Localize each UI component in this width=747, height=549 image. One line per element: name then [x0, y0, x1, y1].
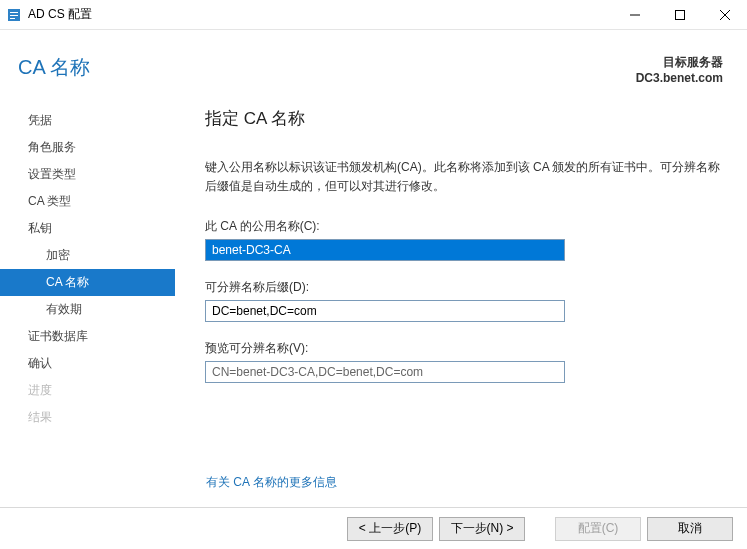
page-title: CA 名称 — [18, 54, 90, 81]
app-icon — [6, 7, 22, 23]
sidebar-item-role-services[interactable]: 角色服务 — [0, 134, 175, 161]
sidebar-item-cert-database[interactable]: 证书数据库 — [0, 323, 175, 350]
sidebar-item-ca-name[interactable]: CA 名称 — [0, 269, 175, 296]
configure-button: 配置(C) — [555, 517, 641, 541]
sidebar-item-credentials[interactable]: 凭据 — [0, 107, 175, 134]
previous-button[interactable]: < 上一步(P) — [347, 517, 433, 541]
preview-label: 预览可分辨名称(V): — [205, 340, 721, 357]
sidebar-item-private-key[interactable]: 私钥 — [0, 215, 175, 242]
sidebar-item-progress: 进度 — [0, 377, 175, 404]
sidebar-item-results: 结果 — [0, 404, 175, 431]
main-content: 指定 CA 名称 键入公用名称以标识该证书颁发机构(CA)。此名称将添加到该 C… — [175, 107, 747, 492]
maximize-button[interactable] — [657, 0, 702, 30]
sidebar-item-setup-type[interactable]: 设置类型 — [0, 161, 175, 188]
target-server-box: 目标服务器 DC3.benet.com — [636, 54, 723, 85]
target-label: 目标服务器 — [636, 54, 723, 71]
target-server: DC3.benet.com — [636, 71, 723, 85]
svg-rect-2 — [10, 15, 18, 16]
cn-input-wrap[interactable]: benet-DC3-CA — [205, 239, 565, 261]
body: 凭据 角色服务 设置类型 CA 类型 私钥 加密 CA 名称 有效期 证书数据库… — [0, 85, 747, 492]
preview-input — [205, 361, 565, 383]
sidebar-item-ca-type[interactable]: CA 类型 — [0, 188, 175, 215]
window-controls — [612, 0, 747, 30]
description: 键入公用名称以标识该证书颁发机构(CA)。此名称将添加到该 CA 颁发的所有证书… — [205, 158, 721, 196]
titlebar: AD CS 配置 — [0, 0, 747, 30]
svg-rect-5 — [675, 10, 684, 19]
minimize-button[interactable] — [612, 0, 657, 30]
dn-suffix-label: 可分辨名称后缀(D): — [205, 279, 721, 296]
svg-rect-3 — [10, 18, 15, 19]
next-button[interactable]: 下一步(N) > — [439, 517, 525, 541]
sidebar-item-cryptography[interactable]: 加密 — [0, 242, 175, 269]
cn-input[interactable]: benet-DC3-CA — [206, 240, 564, 260]
svg-rect-1 — [10, 12, 18, 13]
dn-suffix-input[interactable] — [205, 300, 565, 322]
header: CA 名称 目标服务器 DC3.benet.com — [0, 30, 747, 85]
cancel-button[interactable]: 取消 — [647, 517, 733, 541]
window-title: AD CS 配置 — [28, 6, 92, 23]
section-title: 指定 CA 名称 — [205, 107, 721, 130]
footer: < 上一步(P) 下一步(N) > 配置(C) 取消 — [0, 507, 747, 549]
more-info-link[interactable]: 有关 CA 名称的更多信息 — [206, 474, 337, 491]
sidebar-item-confirmation[interactable]: 确认 — [0, 350, 175, 377]
sidebar-item-validity[interactable]: 有效期 — [0, 296, 175, 323]
close-button[interactable] — [702, 0, 747, 30]
sidebar: 凭据 角色服务 设置类型 CA 类型 私钥 加密 CA 名称 有效期 证书数据库… — [0, 107, 175, 492]
cn-label: 此 CA 的公用名称(C): — [205, 218, 721, 235]
